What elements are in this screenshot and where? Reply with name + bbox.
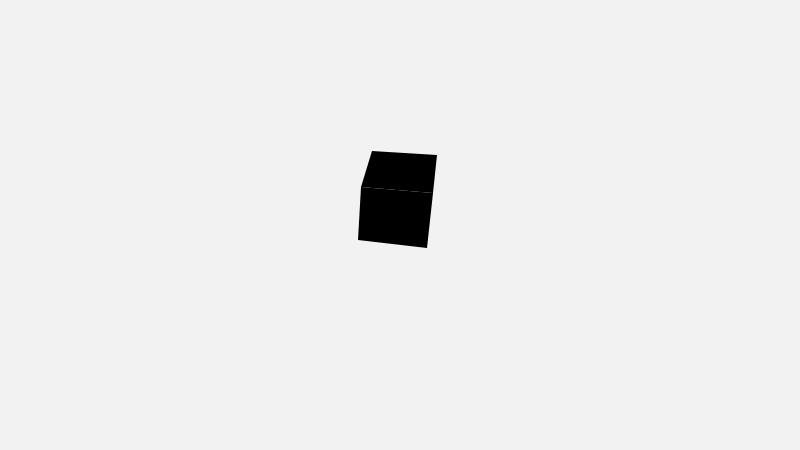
color-cube[interactable] (0, 0, 800, 450)
font-demo-viewport[interactable] (0, 0, 800, 450)
cube-front-face (358, 187, 433, 248)
cube-top-face (361, 151, 437, 193)
